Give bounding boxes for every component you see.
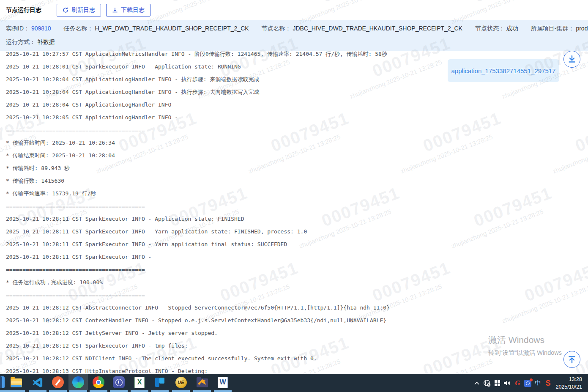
refresh-log-button[interactable]: 刷新日志 — [57, 4, 101, 16]
file-explorer-icon — [11, 378, 22, 387]
info-row-1: 实例ID： 909810 任务名称： H_WF_DWD_TRADE_HKAUDI… — [6, 25, 582, 33]
chevron-up-icon — [474, 381, 480, 385]
taskbar: X UE W G 中 S 13:28 2025/1 — [0, 374, 588, 392]
info-bar: 实例ID： 909810 任务名称： H_WF_DWD_TRADE_HKAUDI… — [0, 20, 588, 51]
log-line: 2025-10-21 10:28:12 CST AbstractConnecto… — [0, 302, 588, 314]
log-line: 2025-10-21 10:28:12 CST ContextHandler I… — [0, 314, 588, 327]
pen-tool-app-icon — [52, 376, 64, 388]
ultraedit-icon: UE — [175, 377, 187, 388]
g-app-icon: G — [515, 379, 520, 387]
tray-expand-button[interactable] — [472, 375, 482, 391]
download-float-button[interactable] — [563, 51, 580, 68]
excel-icon: X — [134, 377, 145, 388]
log-line: * 传输平均速率: 15739.19 行/秒 — [0, 187, 588, 200]
refresh-log-label: 刷新日志 — [71, 6, 95, 14]
project-cluster-field: 所属项目-集群： product-easyops-cluster — [531, 25, 588, 33]
log-line: ========================================… — [0, 200, 588, 213]
log-line: * 传输开始时间: 2025-10-21 10:26:34 — [0, 137, 588, 149]
system-tray: G 中 S 13:28 2025/10/21 — [472, 374, 588, 392]
fine-app-icon — [154, 377, 165, 388]
log-line: * 传输耗时: 89.943 秒 — [0, 162, 588, 175]
node-status-value: 成功 — [506, 25, 518, 32]
taskbar-clock[interactable]: 13:28 2025/10/21 — [553, 376, 585, 391]
log-line: * 传输行数: 1415630 — [0, 175, 588, 187]
tray-ime-button[interactable]: 中 — [533, 375, 543, 391]
tray-windows-button[interactable] — [492, 375, 502, 391]
taskbar-app-vscode[interactable] — [28, 374, 47, 390]
log-line: 2025-10-21 10:28:11 CST SparkExecutor IN… — [0, 238, 588, 251]
clock-date: 2025/10/21 — [555, 383, 582, 391]
instance-id-link[interactable]: 909810 — [31, 25, 51, 32]
partial-app-icon — [0, 376, 5, 388]
log-line: * 任务运行成功，完成进度: 100.00% — [0, 276, 588, 289]
taskbar-app-meeting[interactable] — [109, 374, 129, 390]
log-line: 2025-10-21 10:28:13 CST HttpInstanceProt… — [0, 365, 588, 374]
page-title: 节点运行日志 — [6, 6, 41, 14]
ime-indicator: 中 — [535, 379, 541, 387]
back-to-top-button[interactable] — [563, 351, 580, 368]
taskbar-app-fine[interactable] — [150, 374, 170, 390]
vscode-icon — [32, 377, 44, 388]
log-line: 2025-10-21 10:28:11 CST SparkExecutor IN… — [0, 213, 588, 225]
tray-g-app-button[interactable]: G — [512, 375, 522, 391]
screenshot-app-icon — [524, 380, 531, 387]
log-line: ========================================… — [0, 289, 588, 302]
node-name-field: 节点名称： JDBC_HIVE_DWD_TRADE_HKAUDIT_SHOP_R… — [262, 25, 462, 33]
activate-windows-line1: 激活 Windows — [488, 334, 562, 346]
page-header: 节点运行日志 刷新日志 下载日志 — [0, 0, 588, 20]
tray-screenshot-app-button[interactable] — [522, 375, 533, 391]
log-line: 2025-10-21 10:28:04 CST ApplicationLogHa… — [0, 99, 588, 111]
taskbar-app-excel[interactable]: X — [130, 374, 149, 390]
application-id-popup: application_1753382714551_297517 — [448, 59, 559, 82]
log-line: * 传输结束时间: 2025-10-21 10:28:04 — [0, 149, 588, 162]
application-id-link[interactable]: application_1753382714551_297517 — [451, 67, 556, 74]
log-line: ========================================… — [0, 124, 588, 137]
log-line: 2025-10-21 10:28:11 CST SparkExecutor IN… — [0, 225, 588, 238]
activate-windows-watermark: 激活 Windows 转到“设置”以激活 Windows — [488, 334, 562, 357]
sogou-icon: S — [545, 379, 550, 388]
tray-network-button[interactable] — [482, 375, 492, 391]
run-mode-field: 运行方式： 补数据 — [6, 38, 55, 46]
meeting-app-icon — [113, 376, 125, 388]
info-row-2: 运行方式： 补数据 — [6, 38, 582, 46]
taskbar-app-edge[interactable] — [68, 374, 88, 390]
download-arrow-icon — [567, 55, 577, 64]
activate-windows-line2: 转到“设置”以激活 Windows — [488, 349, 562, 357]
edge-browser-icon — [72, 376, 84, 388]
word-icon: W — [218, 377, 228, 388]
log-line: 2025-10-21 10:28:05 CST ApplicationLogHa… — [0, 111, 588, 124]
task-name-field: 任务名称： H_WF_DWD_TRADE_HKAUDIT_SHOP_RECEIP… — [64, 25, 249, 33]
log-line: 2025-10-21 10:28:11 CST SparkExecutor IN… — [0, 251, 588, 263]
refresh-icon — [63, 7, 68, 13]
log-line: 2025-10-21 10:28:04 CST ApplicationLogHa… — [0, 86, 588, 99]
download-log-label: 下载日志 — [121, 6, 145, 14]
log-line: ========================================… — [0, 263, 588, 276]
taskbar-app-word[interactable]: W — [213, 374, 232, 390]
taskbar-app-file-explorer[interactable] — [6, 374, 26, 390]
download-icon — [112, 7, 118, 13]
tray-sogou-button[interactable]: S — [543, 375, 553, 391]
taskbar-app-folder-tool[interactable] — [192, 374, 212, 390]
folder-tool-app-icon — [197, 378, 208, 387]
chrome-browser-icon — [93, 376, 104, 388]
tray-volume-button[interactable] — [502, 375, 512, 391]
taskbar-app-chrome[interactable] — [89, 374, 108, 390]
node-status-field: 节点状态： 成功 — [475, 25, 518, 33]
windows-logo-icon — [495, 380, 500, 386]
volume-icon — [503, 380, 511, 387]
log-viewer[interactable]: 2025-10-21 10:27:57 CST ApplicationMetri… — [0, 48, 588, 374]
taskbar-app-pen-tool[interactable] — [48, 374, 68, 390]
download-log-button[interactable]: 下载日志 — [106, 4, 150, 16]
clock-time: 13:28 — [555, 376, 582, 383]
taskbar-app-ultraedit[interactable]: UE — [171, 374, 191, 390]
back-to-top-icon — [567, 355, 577, 364]
instance-id-field: 实例ID： 909810 — [6, 25, 51, 33]
network-globe-icon — [483, 379, 491, 387]
